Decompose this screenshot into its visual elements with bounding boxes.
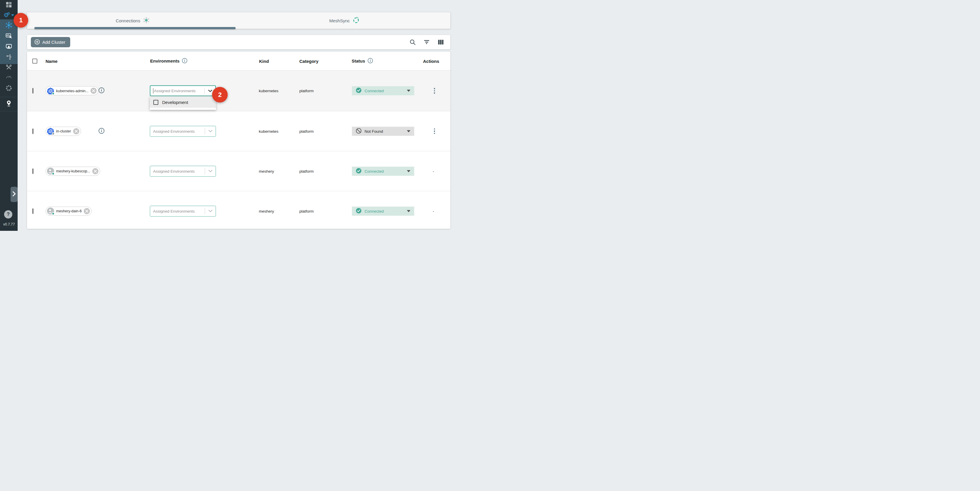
connection-name-chip[interactable]: meshery-kubescop... <box>46 167 100 176</box>
gear-small-icon: ⚙ <box>7 12 10 15</box>
code-screen-wrench-icon <box>5 32 12 41</box>
kind-cell: meshery <box>259 209 274 213</box>
add-cluster-button[interactable]: Add Cluster <box>31 37 70 47</box>
environments-select[interactable]: Assigned Environments <box>150 165 216 176</box>
tab-bar: Connections MeshSync <box>27 12 450 29</box>
environments-placeholder: Assigned Environments <box>151 209 195 213</box>
tab-connections[interactable]: Connections <box>27 12 239 29</box>
column-header-kind: Kind <box>259 59 269 64</box>
connections-toolbar: Add Cluster <box>27 35 450 49</box>
category-cell: platform <box>299 89 314 93</box>
category-cell: platform <box>299 209 314 213</box>
category-cell: platform <box>299 169 314 173</box>
remove-connection-button[interactable] <box>84 208 90 214</box>
table-tools <box>409 35 444 49</box>
connection-name: kubernetes-admin... <box>56 89 88 93</box>
status-dropdown[interactable]: Connected <box>352 167 414 176</box>
branch-nodes-icon <box>5 54 12 62</box>
remove-connection-button[interactable] <box>91 88 97 94</box>
check-circle-icon <box>356 168 362 175</box>
table-row: in-cluster Assigned Environments kuberne… <box>27 111 450 151</box>
status-dropdown[interactable]: Connected <box>352 207 414 216</box>
status-label: Connected <box>364 169 383 173</box>
environments-select[interactable]: Assigned Environments <box>150 126 216 137</box>
dropdown-option-development[interactable]: Development <box>150 97 216 108</box>
sidebar-item-toolkit[interactable] <box>0 62 18 73</box>
not-found-icon <box>356 128 362 135</box>
connection-info-button[interactable] <box>99 87 105 94</box>
select-all-checkbox[interactable] <box>32 59 37 64</box>
environments-placeholder: Assigned Environments <box>151 129 195 133</box>
location-pin-icon <box>5 100 12 108</box>
table-header-row: Name Environments Kind Category Status A… <box>27 52 450 70</box>
connection-name-chip[interactable]: kubernetes-admin... <box>46 86 99 95</box>
environments-placeholder: Assigned Environments <box>154 89 196 93</box>
row-checkbox[interactable] <box>32 88 33 94</box>
status-dropdown[interactable]: Not Found <box>352 127 414 136</box>
row-actions-menu-button[interactable] <box>432 128 437 134</box>
chevron-down-icon[interactable] <box>205 210 216 213</box>
view-columns-button[interactable] <box>438 39 444 45</box>
connection-info-button[interactable] <box>99 128 105 135</box>
filter-button[interactable] <box>423 39 430 45</box>
chevron-down-icon[interactable] <box>205 170 216 173</box>
mesh-network-icon <box>143 17 150 25</box>
column-header-name: Name <box>46 59 57 64</box>
chevron-down-icon[interactable] <box>205 130 216 133</box>
sync-ring-icon <box>353 16 360 25</box>
table-row: meshery-kubescop... Assigned Environment… <box>27 151 450 191</box>
sidebar-item-performance[interactable] <box>0 72 18 83</box>
connection-name-chip[interactable]: meshery-dain-6 <box>46 207 92 216</box>
row-checkbox[interactable] <box>32 208 33 214</box>
dropdown-arrow-icon <box>407 170 410 172</box>
help-button[interactable]: ? <box>4 210 12 218</box>
row-actions-empty: - <box>433 169 434 173</box>
kind-cell: kubernetes <box>259 129 278 133</box>
info-icon[interactable] <box>368 58 373 64</box>
row-actions-menu-button[interactable] <box>432 88 437 94</box>
sidebar-item-dashboard[interactable] <box>0 0 18 11</box>
status-dropdown[interactable]: Connected <box>352 86 414 95</box>
person-screen-icon <box>5 43 12 51</box>
meshery-avatar-icon <box>47 168 54 175</box>
sidebar-item-service-mesh[interactable] <box>0 52 18 63</box>
status-label: Connected <box>364 209 383 213</box>
connection-status-dot <box>52 92 55 95</box>
tab-meshsync[interactable]: MeshSync <box>239 12 451 29</box>
remove-connection-button[interactable] <box>92 168 99 174</box>
question-mark-icon: ? <box>7 211 10 217</box>
active-tab-indicator <box>34 27 235 29</box>
sidebar-item-location[interactable] <box>0 99 18 109</box>
status-label: Not Found <box>364 129 383 133</box>
kind-cell: meshery <box>259 169 274 173</box>
option-label: Development <box>162 100 188 105</box>
row-checkbox[interactable] <box>32 128 33 134</box>
remove-connection-button[interactable] <box>73 128 79 134</box>
text-caret <box>153 88 153 94</box>
environments-select[interactable]: Assigned Environments <box>150 205 216 216</box>
version-label: v0.7.77 <box>3 222 15 226</box>
sidebar-item-remote-session[interactable] <box>0 42 18 52</box>
row-checkbox[interactable] <box>32 168 33 174</box>
search-button[interactable] <box>409 39 416 45</box>
sidebar-active-section <box>0 19 18 64</box>
row-actions-empty: - <box>433 209 434 213</box>
connection-status-dot <box>52 172 55 175</box>
table-row: kubernetes-admin... Assigned Environment… <box>27 70 450 111</box>
annotation-step-1-badge: 1 <box>14 13 28 28</box>
sidebar-item-playground[interactable] <box>0 31 18 42</box>
check-circle-icon <box>356 87 362 94</box>
info-icon[interactable] <box>182 58 188 64</box>
dashboard-grid-icon <box>6 2 12 9</box>
sidebar-expand-button[interactable] <box>11 187 18 202</box>
option-checkbox[interactable] <box>153 100 158 105</box>
connection-name: meshery-dain-6 <box>56 209 82 213</box>
speedometer-icon <box>5 73 12 82</box>
chevron-right-icon <box>12 191 16 198</box>
sidebar-item-patterns[interactable] <box>0 83 18 94</box>
column-header-status: Status <box>352 58 373 64</box>
connections-mesh-icon <box>5 22 12 30</box>
connection-name-chip[interactable]: in-cluster <box>46 127 81 136</box>
environments-select[interactable]: Assigned Environments <box>150 86 216 96</box>
connections-table: Name Environments Kind Category Status A… <box>27 52 450 229</box>
